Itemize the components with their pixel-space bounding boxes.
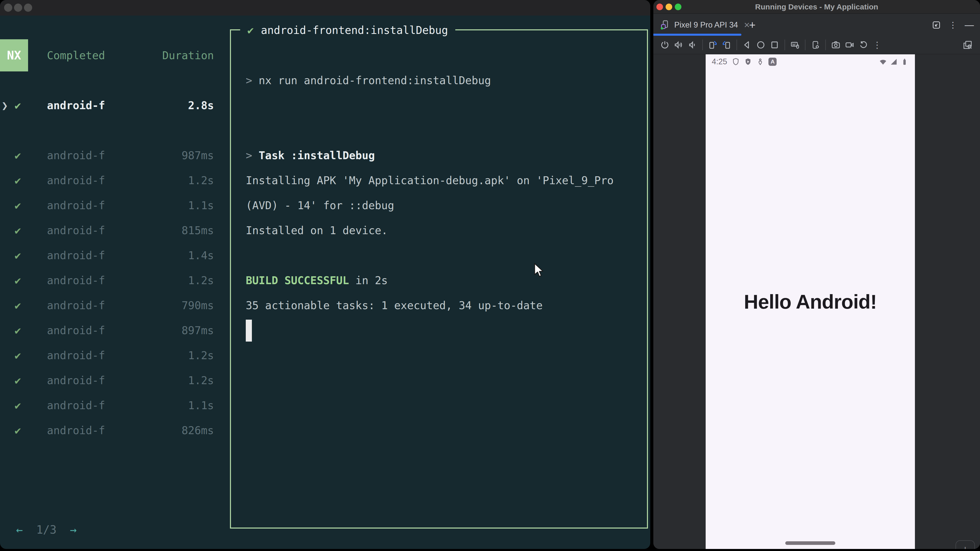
task-output-content: > nx run android-frontend:installDebug >… (246, 68, 642, 343)
task-row[interactable]: ✔ android-f 1.2s (0, 368, 224, 393)
task-duration: 1.2s (188, 343, 214, 368)
cursor-line (246, 318, 642, 343)
task-row[interactable]: ✔ android-f 1.1s (0, 393, 224, 418)
device-toolbar: ⋮ (653, 36, 980, 54)
task-row[interactable]: ✔ android-f 1.2s (0, 343, 224, 368)
task-row[interactable]: ✔ android-f 815ms (0, 218, 224, 243)
running-devices-window: Running Devices - My Application Pixel 9… (653, 0, 980, 549)
command-line: > nx run android-frontend:installDebug (246, 68, 642, 93)
check-icon: ✔ (14, 243, 21, 268)
device-settings-button[interactable] (810, 39, 821, 51)
studio-titlebar[interactable]: Running Devices - My Application (653, 0, 980, 14)
check-icon: ✔ (14, 93, 21, 118)
task-name: android-f (47, 368, 105, 393)
hello-android-text: Hello Android! (706, 290, 915, 313)
task-duration: 1.2s (188, 168, 214, 193)
zoom-traffic-light[interactable] (24, 3, 32, 12)
gradle-task-line: > Task :installDebug (246, 143, 642, 168)
check-icon: ✔ (14, 168, 21, 193)
next-page-arrow[interactable]: → (70, 517, 77, 542)
task-output-panel: ✔android-frontend:installDebug > nx run … (230, 29, 648, 529)
build-time-text: in 2s (349, 274, 388, 287)
device-display-area: 4:25 (653, 54, 980, 549)
overview-button[interactable] (769, 39, 780, 51)
device-tab-pixel9pro[interactable]: Pixel 9 Pro API 34 ✕ (653, 14, 741, 36)
terminal-window: NX Completed Duration ❯ ✔ android-f 2.8s… (0, 0, 650, 549)
check-icon: ✔ (14, 268, 21, 293)
task-name: android-f (47, 218, 105, 243)
task-duration: 2.8s (188, 93, 214, 118)
tab-close-icon[interactable]: ✕ (744, 21, 750, 30)
zoom-in-button[interactable]: + (962, 545, 968, 549)
check-icon: ✔ (14, 393, 21, 418)
rotate-right-button[interactable] (721, 39, 732, 51)
minimize-traffic-light[interactable] (666, 3, 672, 10)
check-icon: ✔ (14, 343, 21, 368)
navigation-pill[interactable] (785, 541, 835, 545)
screenshot-button[interactable] (830, 39, 842, 51)
task-duration: 1.1s (188, 193, 214, 218)
task-duration: 897ms (182, 318, 214, 343)
close-traffic-light[interactable] (656, 3, 663, 10)
prev-page-arrow[interactable]: ← (16, 517, 23, 542)
home-button[interactable] (755, 39, 767, 51)
task-name: android-f (47, 193, 105, 218)
task-output-title: ✔android-frontend:installDebug (240, 22, 455, 38)
emulator-screen[interactable]: 4:25 (706, 54, 915, 549)
task-row[interactable]: ✔ android-f 1.1s (0, 193, 224, 218)
task-duration: 815ms (182, 218, 214, 243)
fit-to-window-button[interactable] (962, 39, 974, 51)
signal-icon (889, 57, 898, 66)
task-duration: 826ms (182, 418, 214, 443)
summary-line: 35 actionable tasks: 1 executed, 34 up-t… (246, 293, 642, 318)
task-name: android-f (47, 143, 105, 168)
power-button[interactable] (659, 39, 671, 51)
task-list-header: Completed Duration (0, 43, 224, 68)
android-statusbar: 4:25 (706, 54, 915, 69)
back-button[interactable] (741, 39, 753, 51)
task-name: android-f (47, 93, 105, 118)
check-icon: ✔ (14, 193, 21, 218)
volume-up-button[interactable] (673, 39, 684, 51)
screen-record-button[interactable] (844, 39, 856, 51)
task-duration: 1.4s (188, 243, 214, 268)
task-name: android-f (47, 293, 105, 318)
task-row[interactable]: ✔ android-f 790ms (0, 293, 224, 318)
app-badge-icon: A (768, 58, 776, 66)
volume-down-button[interactable] (687, 39, 698, 51)
embed-window-icon[interactable] (932, 20, 941, 30)
task-duration: 1.2s (188, 368, 214, 393)
hide-panel-icon[interactable]: — (965, 20, 974, 30)
task-row[interactable]: ✔ android-f 987ms (0, 143, 224, 168)
task-name: android-f (47, 418, 105, 443)
selected-task-row[interactable]: ❯ ✔ android-f 2.8s (0, 93, 224, 118)
check-icon: ✔ (14, 368, 21, 393)
shield-icon (732, 58, 740, 66)
check-icon: ✔ (14, 418, 21, 443)
restart-button[interactable] (858, 39, 869, 51)
task-output-title-text: android-frontend:installDebug (261, 24, 448, 37)
more-options-icon[interactable]: ⋮ (949, 20, 957, 30)
toolbar-separator (702, 40, 703, 50)
wellbeing-icon (756, 58, 764, 66)
device-tab-label: Pixel 9 Pro API 34 (674, 21, 738, 30)
task-row[interactable]: ✔ android-f 1.4s (0, 243, 224, 268)
check-icon: ✔ (14, 143, 21, 168)
keyboard-input-button[interactable] (789, 39, 801, 51)
close-traffic-light[interactable] (4, 3, 12, 12)
zoom-traffic-light[interactable] (675, 3, 681, 10)
task-row[interactable]: ✔ android-f 1.2s (0, 168, 224, 193)
task-row[interactable]: ✔ android-f 1.2s (0, 268, 224, 293)
task-row[interactable]: ✔ android-f 897ms (0, 318, 224, 343)
prompt-glyph: > (246, 74, 259, 87)
toolbar-more-icon[interactable]: ⋮ (871, 40, 883, 50)
task-duration: 1.2s (188, 268, 214, 293)
rotate-left-button[interactable] (707, 39, 719, 51)
completed-column-header: Completed (47, 43, 105, 68)
task-row[interactable]: ✔ android-f 826ms (0, 418, 224, 443)
check-icon: ✔ (247, 24, 254, 37)
statusbar-notification-icons: A (732, 58, 776, 66)
minimize-traffic-light[interactable] (14, 3, 22, 12)
mouse-cursor (533, 263, 545, 279)
terminal-titlebar[interactable] (0, 0, 650, 16)
